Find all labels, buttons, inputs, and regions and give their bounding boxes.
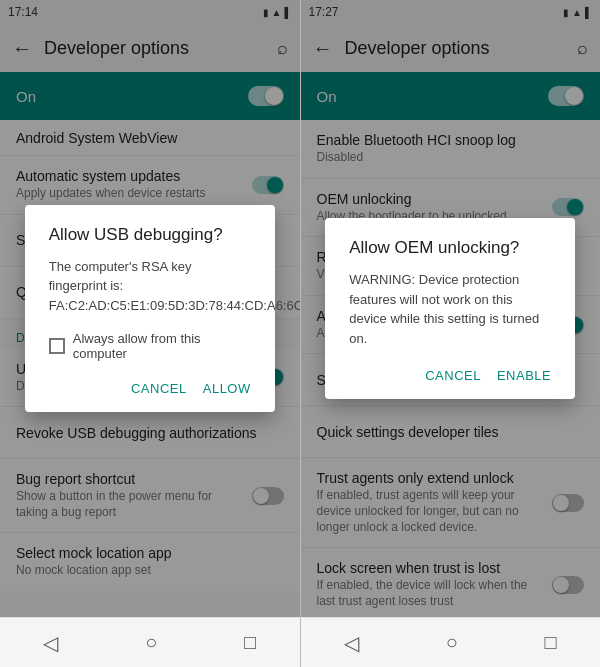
dialog-overlay-right: Allow OEM unlocking? WARNING: Device pro…	[301, 0, 601, 617]
back-nav-left[interactable]: ◁	[35, 623, 66, 663]
back-nav-right[interactable]: ◁	[336, 623, 367, 663]
checkbox-label: Always allow from this computer	[73, 331, 251, 361]
home-nav-right[interactable]: ○	[438, 623, 466, 662]
dialog-overlay-left: Allow USB debugging? The computer's RSA …	[0, 0, 300, 617]
usb-debug-dialog: Allow USB debugging? The computer's RSA …	[25, 205, 275, 413]
nav-bar-left: ◁ ○ □	[0, 617, 300, 667]
dialog-buttons: CANCEL ALLOW	[49, 377, 251, 400]
dialog-title-oem: Allow OEM unlocking?	[349, 238, 551, 258]
home-nav-left[interactable]: ○	[137, 623, 165, 662]
allow-button[interactable]: ALLOW	[203, 377, 251, 400]
dialog-body: The computer's RSA key fingerprint is:FA…	[49, 257, 251, 316]
enable-button-oem[interactable]: ENABLE	[497, 364, 551, 387]
always-allow-checkbox[interactable]	[49, 338, 65, 354]
checkbox-row[interactable]: Always allow from this computer	[49, 331, 251, 361]
panel-right: 17:27 ▮ ▲ ▌ ← Developer options ⌕ On Ena…	[301, 0, 601, 667]
recent-nav-left[interactable]: □	[236, 623, 264, 662]
cancel-button-oem[interactable]: CANCEL	[425, 364, 481, 387]
dialog-body-oem: WARNING: Device protection features will…	[349, 270, 551, 348]
dialog-buttons-oem: CANCEL ENABLE	[349, 364, 551, 387]
nav-bar-right: ◁ ○ □	[301, 617, 601, 667]
recent-nav-right[interactable]: □	[537, 623, 565, 662]
cancel-button[interactable]: CANCEL	[131, 377, 187, 400]
oem-unlock-dialog: Allow OEM unlocking? WARNING: Device pro…	[325, 218, 575, 399]
panel-left: 17:14 ▮ ▲ ▌ ← Developer options ⌕ On And…	[0, 0, 300, 667]
dialog-title: Allow USB debugging?	[49, 225, 251, 245]
